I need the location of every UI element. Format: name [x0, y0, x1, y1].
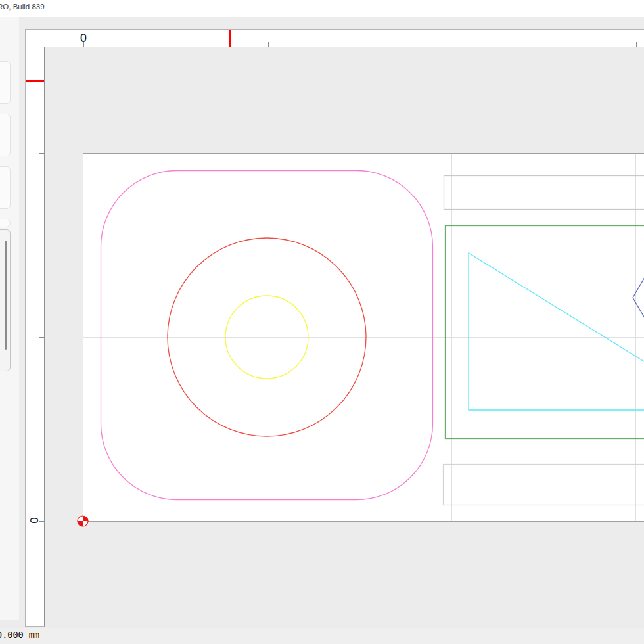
ruler-tick — [39, 337, 44, 338]
window-title: RO, Build 839 — [0, 3, 45, 11]
ruler-tick — [83, 42, 84, 47]
ruler-tick — [39, 153, 44, 154]
ruler-vertical-position-marker — [26, 80, 44, 82]
ruler-tick — [39, 521, 44, 522]
status-bar: 0.000 mm — [0, 628, 644, 644]
title-bar: RO, Build 839 — [0, 0, 644, 17]
ruler-tick — [453, 42, 453, 47]
ruler-vertical-zero-label: 0 — [28, 515, 39, 526]
ruler-tick — [636, 42, 637, 47]
placeholder-box-bottom[interactable] — [444, 465, 644, 505]
ruler-vertical: 0 — [25, 47, 45, 627]
ruler-horizontal-position-marker — [229, 30, 231, 47]
side-panel-4[interactable] — [0, 219, 11, 227]
yellow-circle[interactable] — [225, 296, 308, 379]
side-panel-scroll[interactable] — [0, 229, 11, 371]
origin-marker[interactable] — [78, 516, 88, 526]
left-sidebar — [0, 17, 19, 620]
side-panel-3[interactable] — [0, 166, 11, 209]
status-position-readout: 0.000 mm — [0, 630, 39, 640]
pink-rounded-square[interactable] — [101, 171, 433, 500]
origin-marker-quadrant — [78, 521, 83, 526]
blue-hexagon[interactable] — [633, 262, 644, 334]
placeholder-box-top[interactable] — [444, 176, 644, 210]
red-circle[interactable] — [168, 238, 366, 436]
green-rectangle[interactable] — [446, 226, 644, 439]
origin-marker-quadrant — [83, 516, 88, 521]
cyan-triangle[interactable] — [469, 253, 644, 410]
ruler-horizontal: 0 — [25, 29, 644, 47]
side-panel-1[interactable] — [0, 61, 11, 104]
ruler-tick — [268, 42, 269, 47]
side-panel-2[interactable] — [0, 114, 11, 156]
canvas-area — [0, 0, 644, 644]
ruler-corner-divider — [45, 30, 45, 47]
canvas-page[interactable] — [83, 154, 644, 522]
sidebar-scrollbar-thumb[interactable] — [5, 241, 7, 350]
